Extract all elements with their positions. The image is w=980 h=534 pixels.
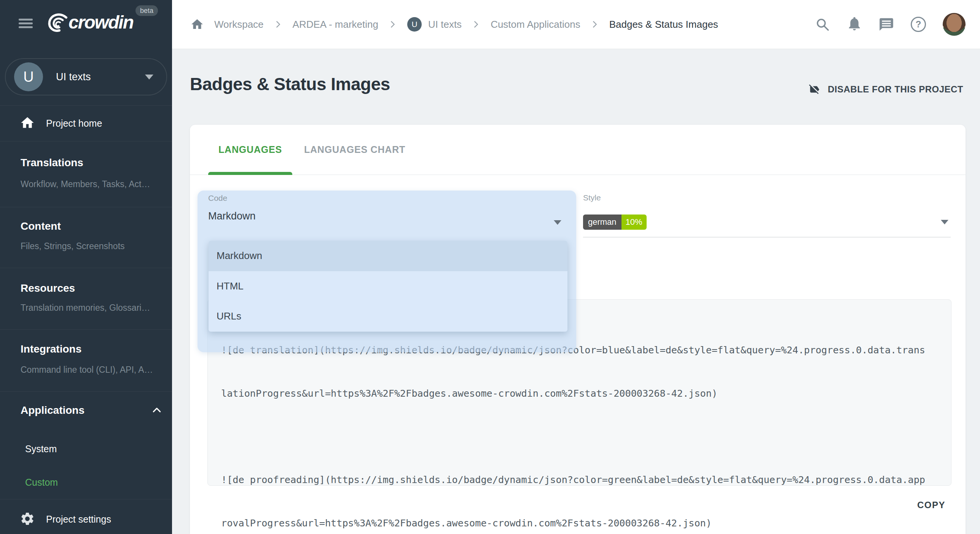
hamburger-menu-icon[interactable] [19,19,33,28]
home-icon [20,115,35,130]
sidebar-item-project-settings[interactable]: Project settings [46,514,111,525]
chevron-right-icon [472,20,480,29]
sidebar-item-translations-subtitle: Workflow, Members, Tasks, Act… [21,179,150,189]
breadcrumb-item-custom-applications[interactable]: Custom Applications [491,19,580,30]
page-title: Badges & Status Images [190,74,390,94]
project-avatar: U [407,17,422,32]
code-select-label: Code [208,194,227,203]
code-select-value[interactable]: Markdown [208,210,256,222]
code-select-dropdown: Markdown HTML URLs [209,241,567,332]
divider [0,499,172,499]
code-select-focus-overlay: Code Markdown Markdown HTML URLs [198,191,576,352]
dropdown-caret-icon[interactable] [554,220,561,225]
chat-icon[interactable] [879,17,894,32]
project-avatar: U [14,62,43,91]
breadcrumb-item-current: Badges & Status Images [609,19,718,30]
chevron-up-icon[interactable] [152,405,162,415]
topbar: Workspace ARDEA - marketing U UI texts C… [172,0,980,49]
dropdown-option-markdown[interactable]: Markdown [209,241,567,271]
divider [0,105,172,106]
status-badge-value: 10% [621,215,647,230]
app-root: crowdin beta U UI texts Project home Tra… [0,0,980,534]
sidebar-item-content-subtitle: Files, Strings, Screenshots [21,241,125,251]
breadcrumb: Workspace ARDEA - marketing U UI texts C… [190,0,718,49]
style-select-label: Style [583,193,951,202]
chevron-right-icon [591,20,599,29]
dropdown-option-html[interactable]: HTML [209,271,567,302]
tab-bar: LANGUAGES LANGUAGES CHART [190,125,966,175]
style-select[interactable]: Style german 10% [583,193,951,237]
project-name: UI texts [56,71,91,83]
disable-for-project-label: DISABLE FOR THIS PROJECT [828,84,963,95]
status-badge-label: german [583,215,621,230]
breadcrumb-item-workspace[interactable]: Workspace [214,19,264,30]
code-line: lationProgress&url=https%3A%2F%2Fbadges.… [221,386,938,401]
label-off-icon [808,83,821,96]
copy-button[interactable]: COPY [917,500,945,510]
chevron-right-icon [274,20,282,29]
status-badge: german 10% [583,215,647,230]
sidebar-item-project-home[interactable]: Project home [46,118,102,129]
tab-languages[interactable]: LANGUAGES [208,125,292,175]
breadcrumb-item-ui-texts-label: UI texts [428,19,462,30]
breadcrumb-item-project[interactable]: ARDEA - marketing [293,19,378,30]
sidebar-item-integrations-subtitle: Command line tool (CLI), API, A… [21,365,153,375]
code-line: rovalProgress&url=https%3A%2F%2Fbadges.a… [221,516,938,531]
code-line: ![de proofreading](https://img.shields.i… [221,473,938,487]
home-icon[interactable] [190,17,204,31]
beta-badge: beta [135,5,158,16]
sidebar-item-applications-custom[interactable]: Custom [25,477,58,488]
sidebar-item-content[interactable]: Content [21,220,61,232]
divider [0,207,172,207]
divider [0,391,172,392]
topbar-actions [815,0,966,49]
sidebar-item-applications-system[interactable]: System [25,443,57,455]
gear-icon [20,511,35,526]
disable-for-project-button[interactable]: DISABLE FOR THIS PROJECT [808,83,963,96]
divider [0,141,172,141]
crowdin-logo[interactable]: crowdin [45,11,133,33]
sidebar-item-translations[interactable]: Translations [21,157,83,169]
chevron-down-icon [145,75,153,79]
crowdin-logo-icon [45,11,69,33]
main-content: Badges & Status Images DISABLE FOR THIS … [172,49,980,534]
dropdown-caret-icon [941,220,948,224]
chevron-right-icon [389,20,397,29]
divider [0,268,172,268]
help-icon[interactable] [911,17,926,32]
user-avatar[interactable] [943,13,966,36]
sidebar: crowdin beta U UI texts Project home Tra… [0,0,172,534]
crowdin-logo-text: crowdin [69,12,133,33]
search-icon[interactable] [815,17,830,32]
bell-icon[interactable] [847,17,862,32]
divider [0,329,172,330]
sidebar-item-applications[interactable]: Applications [21,404,84,416]
dropdown-option-urls[interactable]: URLs [209,301,567,332]
sidebar-item-resources-subtitle: Translation memories, Glossari… [21,303,150,313]
sidebar-item-integrations[interactable]: Integrations [21,343,81,355]
breadcrumb-item-ui-texts[interactable]: U UI texts [407,17,462,32]
sidebar-item-resources[interactable]: Resources [21,282,75,294]
project-selector[interactable]: U UI texts [5,58,167,95]
tab-languages-chart[interactable]: LANGUAGES CHART [294,125,416,175]
